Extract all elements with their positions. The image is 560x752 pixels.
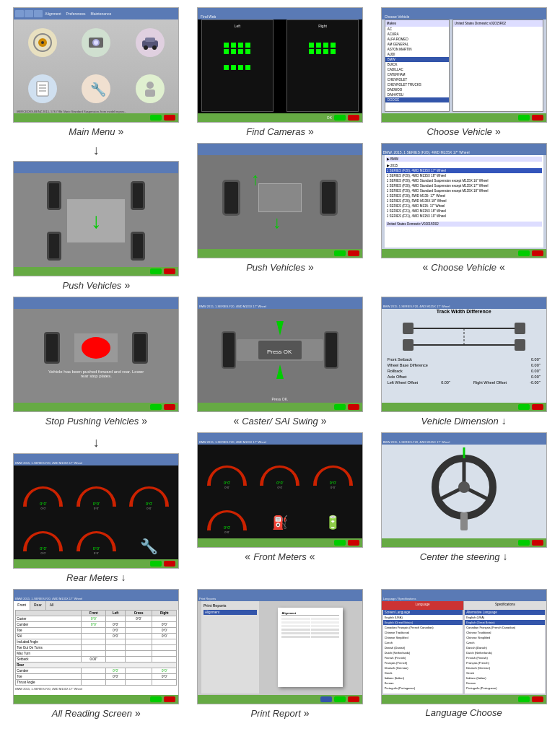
menu-icon-wrench[interactable]: 🔧 — [82, 74, 110, 103]
cv-item-ac[interactable]: AC — [385, 27, 449, 32]
menu-icon-report[interactable] — [28, 74, 57, 103]
lang-tab-specifications[interactable]: Specifications — [464, 601, 546, 610]
cancel-btn-main[interactable] — [164, 115, 175, 121]
td-caster-front: 0°0' — [82, 616, 106, 622]
lang-columns: Screen Language English (USA) English (G… — [383, 610, 545, 694]
ok-btn-front[interactable] — [334, 540, 346, 546]
dot — [316, 49, 321, 54]
print-btn[interactable] — [320, 696, 332, 702]
tb-label-alignment: Alignment — [45, 12, 61, 16]
tb-btn-1[interactable] — [15, 10, 24, 17]
cancel-btn-cv2[interactable] — [532, 250, 543, 256]
td-camber-right: 0°0' — [152, 622, 177, 628]
ok-btn-reading[interactable] — [150, 696, 162, 702]
print-line-7 — [281, 629, 310, 631]
meter-4-label: 0°0' — [40, 546, 46, 551]
reading-row-included: Included Angle — [16, 639, 177, 645]
label-push-vehicles-1: Push Vehicles » — [13, 279, 179, 291]
ok-btn-print[interactable] — [334, 696, 346, 702]
tb-btn-3[interactable] — [34, 10, 43, 17]
dot — [323, 43, 328, 48]
reading-header-row: Front Left Cross Right — [16, 611, 177, 616]
cancel-btn-cv[interactable] — [532, 115, 543, 121]
screen-main-menu: Alignment Preferences Maintenance � — [13, 7, 179, 123]
reading-row-toot: Toe Out On Turns — [16, 645, 177, 651]
dot — [224, 49, 229, 54]
svg-rect-9 — [145, 38, 155, 42]
menu-icon-alignment[interactable] — [28, 28, 57, 57]
front-meters-grid: 0°0' 0°0' 0°0' 0°0' 0°0' 0°0' 0°0' 0°0' … — [199, 445, 361, 537]
press-ok-label: Press OK. — [198, 397, 362, 401]
td-camber-front: 0°0' — [82, 622, 106, 628]
dim-val-rightwheel: -0.00" — [530, 380, 541, 385]
ok-btn-lang[interactable] — [518, 696, 530, 702]
cell-caster-sai: BMW 2015, 1-SERIES-F20, 4WD M135X 17" Wh… — [191, 297, 369, 427]
td-sb-c — [125, 657, 152, 663]
right-dots — [309, 43, 336, 54]
screen-rear-meters: BMW 2015, 1-SERIES-F20, 4WD M135X 17" Wh… — [13, 453, 179, 569]
label-print-report: Print Report » — [197, 707, 363, 719]
meter-5-sublabel: 0°0' — [94, 551, 99, 555]
ok-btn-main[interactable] — [150, 115, 162, 121]
ok-btn-push1[interactable] — [150, 268, 162, 274]
fm-3-label: 0°0' — [330, 481, 336, 485]
cancel-btn-stop[interactable] — [164, 404, 175, 410]
toolbar-reading: BMW 2015, 1-SERIES-F20, 4WD M135X 17" Wh… — [14, 590, 178, 601]
cancel-btn-reading[interactable] — [164, 696, 175, 702]
meter-5: 0°0' — [76, 531, 116, 551]
dot — [231, 65, 236, 70]
fm-cell-3: 0°0' 0°0' — [308, 447, 358, 489]
dot — [309, 49, 314, 54]
ok-btn-dim[interactable] — [518, 404, 530, 410]
ok-btn-center[interactable] — [518, 540, 530, 546]
label-front-meters: « Front Meters « — [197, 551, 363, 562]
cancel-btn-push1[interactable] — [164, 268, 175, 274]
main-menu-icons: 🔧 — [17, 21, 175, 110]
menu-icon-car[interactable] — [136, 28, 165, 57]
dot — [231, 43, 236, 48]
screen-caster-sai: BMW 2015, 1-SERIES-F20, 4WD M135X 17" Wh… — [197, 297, 363, 412]
toolbar-print: Print Reports — [198, 590, 362, 601]
menu-icon-person[interactable] — [136, 74, 165, 103]
cancel-btn-push2[interactable] — [348, 250, 359, 256]
ok-btn-fc[interactable] — [334, 115, 346, 121]
cancel-btn-front[interactable] — [348, 540, 359, 546]
green-bar-dim — [382, 403, 546, 411]
reading-row-sai: SAI 0°0' 0°0' — [16, 634, 177, 639]
td-toot-r — [152, 645, 177, 651]
cancel-btn-center[interactable] — [532, 540, 543, 546]
cancel-btn-fc[interactable] — [348, 115, 359, 121]
tab-all[interactable]: All — [46, 601, 58, 610]
green-bar-lang — [382, 695, 546, 704]
ok-btn-cv[interactable] — [518, 115, 530, 121]
ok-label-fc: OK — [327, 115, 332, 120]
lang-tab-language[interactable]: Language — [382, 601, 465, 610]
dot — [238, 43, 243, 48]
td-ia-l — [106, 639, 126, 645]
td-caster-right — [152, 616, 177, 622]
fm-5-icon: ⛽ — [272, 515, 288, 530]
svg-point-8 — [152, 45, 157, 50]
rear-meters-grid: 0°0' 0°0' 0°0' 0°0' 0°0' 0°0' 0°0' 0°0' … — [15, 465, 177, 558]
ok-btn-caster[interactable] — [334, 404, 346, 410]
label-main-menu: Main Menu » — [13, 126, 179, 137]
ok-btn-stop[interactable] — [150, 404, 162, 410]
tab-rear[interactable]: Rear — [30, 601, 46, 610]
menu-icon-camera[interactable] — [82, 28, 110, 57]
ok-btn-push2[interactable] — [334, 250, 346, 256]
cancel-btn-dim[interactable] — [532, 404, 543, 410]
cancel-btn-lang[interactable] — [532, 696, 543, 702]
tb-btn-2[interactable] — [25, 10, 33, 17]
ok-btn-cv2[interactable] — [518, 250, 530, 256]
print-item-alignment[interactable]: Alignment — [204, 610, 257, 615]
td-toot-c — [125, 645, 152, 651]
toolbar-main-menu: Alignment Preferences Maintenance — [14, 8, 178, 19]
tab-front[interactable]: Front — [14, 601, 30, 610]
stop-message: Vehicle has been pushed forward and rear… — [38, 370, 154, 378]
cancel-btn-caster[interactable] — [348, 404, 359, 410]
dot — [245, 49, 250, 54]
ok-btn-rear[interactable] — [150, 561, 162, 567]
toolbar-cv: Choose Vehicle — [382, 8, 546, 19]
cancel-btn-print[interactable] — [348, 696, 359, 702]
cancel-btn-rear[interactable] — [164, 561, 175, 567]
